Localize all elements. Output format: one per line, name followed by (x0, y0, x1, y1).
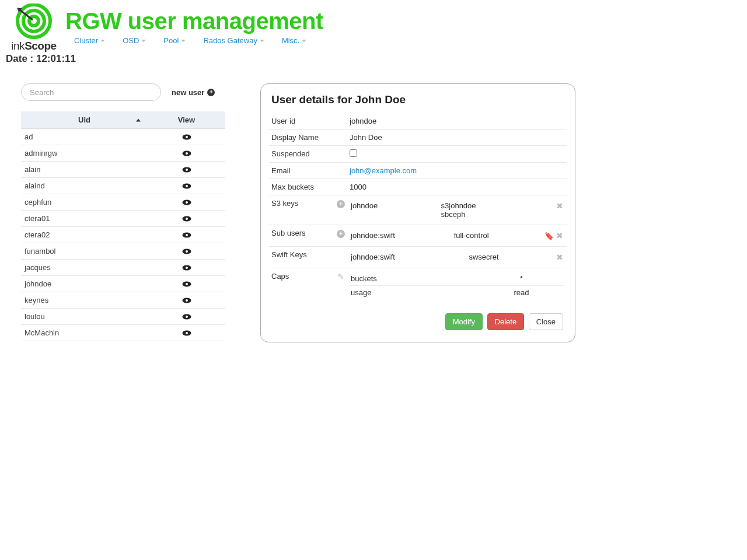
view-user-button[interactable] (151, 216, 222, 222)
svg-point-24 (186, 283, 188, 285)
view-user-button[interactable] (151, 314, 222, 320)
view-user-button[interactable] (151, 281, 222, 287)
new-user-button[interactable]: new user + (172, 88, 215, 97)
delete-button[interactable]: Delete (487, 313, 525, 330)
target-icon (11, 4, 57, 41)
view-user-button[interactable] (151, 232, 222, 238)
date-label: Date : 12:01:11 (0, 50, 747, 65)
nav-item-3[interactable]: Rados Gateway (203, 36, 264, 45)
uid-cell: keynes (21, 292, 148, 309)
sort-asc-icon (136, 118, 141, 121)
table-row: johndoe (21, 276, 225, 292)
search-input[interactable] (21, 83, 161, 101)
modify-button[interactable]: Modify (445, 313, 483, 330)
view-user-button[interactable] (151, 167, 222, 173)
eye-icon (182, 281, 191, 287)
uid-cell: ad (21, 129, 148, 145)
svg-point-22 (186, 267, 188, 269)
nav-item-4[interactable]: Misc. (282, 36, 306, 45)
uid-cell: McMachin (21, 325, 148, 341)
delete-swiftkey-button[interactable]: ✖ (556, 253, 563, 262)
page-title: RGW user management (65, 8, 323, 34)
nav-item-1[interactable]: OSD (123, 36, 146, 45)
uid-cell: jacques (21, 260, 148, 276)
value-max-buckets: 1000 (347, 179, 567, 195)
uid-cell: alain (21, 162, 148, 178)
label-user-id: User id (269, 113, 334, 130)
uid-cell: ctera02 (21, 227, 148, 243)
svg-point-26 (186, 299, 188, 302)
label-subusers: Sub users (269, 225, 334, 247)
label-s3keys: S3 keys (269, 195, 334, 225)
view-user-button[interactable] (151, 298, 222, 303)
svg-point-8 (186, 152, 188, 155)
details-heading: User details for John Doe (271, 93, 567, 106)
delete-s3key-button[interactable]: ✖ (556, 201, 563, 211)
view-user-button[interactable] (151, 249, 222, 254)
eye-icon (182, 249, 191, 254)
eye-icon (182, 298, 191, 303)
subuser-perm: full-control (453, 229, 522, 243)
swiftkey-user: johndoe:swift (350, 250, 467, 264)
eye-icon (182, 265, 191, 271)
table-row: adminrgw (21, 145, 225, 162)
view-user-button[interactable] (151, 200, 222, 205)
uid-cell: ctera01 (21, 211, 148, 227)
eye-icon (182, 134, 191, 140)
table-row: ad (21, 129, 225, 145)
user-table: Uid View adadminrgwalainalaindcephfuncte… (21, 111, 225, 341)
edit-caps-button[interactable]: ✎ (337, 272, 344, 281)
cap-type: buckets (350, 272, 479, 286)
email-link[interactable]: john@example.com (350, 166, 417, 175)
view-user-button[interactable] (151, 183, 222, 189)
uid-cell: cephfun (21, 194, 148, 211)
close-button[interactable]: Close (529, 313, 563, 330)
eye-icon (182, 314, 191, 320)
s3key-user: johndoe (350, 199, 440, 221)
uid-cell: johndoe (21, 276, 148, 292)
label-caps: Caps (269, 268, 334, 303)
eye-icon (182, 167, 191, 173)
label-swiftkeys: Swift Keys (269, 247, 334, 268)
subuser-id: johndoe:swift (350, 229, 453, 243)
delete-subuser-button[interactable]: ✖ (556, 231, 563, 240)
svg-point-30 (186, 332, 188, 334)
cap-perm: read (479, 286, 564, 300)
add-s3key-button[interactable]: + (337, 200, 345, 208)
uid-cell: alaind (21, 178, 148, 194)
brand-text: inkScope (11, 40, 56, 52)
col-view[interactable]: View (148, 111, 225, 129)
chevron-down-icon (181, 40, 186, 42)
view-user-button[interactable] (151, 150, 222, 156)
uid-cell: loulou (21, 309, 148, 325)
svg-point-6 (186, 136, 188, 138)
label-display-name: Display Name (269, 130, 334, 146)
table-row: alaind (21, 178, 225, 194)
table-row: loulou (21, 309, 225, 325)
svg-point-18 (186, 234, 188, 236)
bookmark-icon[interactable]: 🔖 (544, 232, 554, 240)
value-user-id: johndoe (347, 113, 567, 130)
plus-icon: + (207, 89, 215, 96)
add-subuser-button[interactable]: + (337, 230, 345, 238)
svg-point-16 (186, 218, 188, 220)
view-user-button[interactable] (151, 265, 222, 271)
suspended-checkbox[interactable] (350, 149, 357, 157)
table-row: ctera01 (21, 211, 225, 227)
svg-point-12 (186, 185, 188, 187)
table-row: alain (21, 162, 225, 178)
view-user-button[interactable] (151, 330, 222, 336)
nav-item-0[interactable]: Cluster (74, 36, 105, 45)
eye-icon (182, 330, 191, 336)
svg-point-1 (23, 10, 44, 32)
view-user-button[interactable] (151, 134, 222, 140)
new-user-label: new user (172, 88, 204, 97)
eye-icon (182, 183, 191, 189)
table-row: cephfun (21, 194, 225, 211)
nav-item-2[interactable]: Pool (163, 36, 186, 45)
chevron-down-icon (260, 40, 264, 42)
cap-perm: * (479, 272, 564, 286)
col-uid[interactable]: Uid (21, 111, 148, 129)
details-panel: User details for John Doe User idjohndoe… (260, 83, 575, 342)
main-nav: ClusterOSDPoolRados GatewayMisc. (65, 36, 747, 50)
